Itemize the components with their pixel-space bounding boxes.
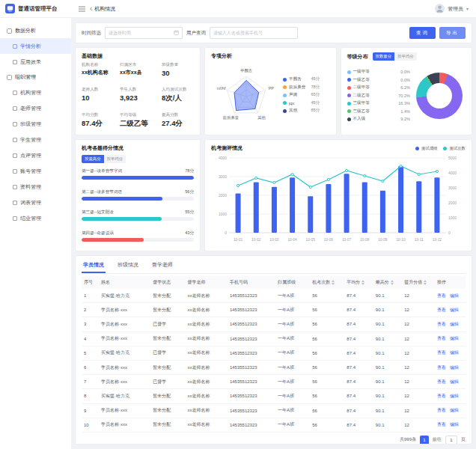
sidebar-item[interactable]: 班级管理: [0, 116, 71, 132]
stat-label: 机构名称: [82, 62, 120, 68]
stat-label: 人均测试次数: [162, 87, 194, 93]
edit-link[interactable]: 编辑: [450, 422, 459, 427]
view-link[interactable]: 查看: [437, 293, 446, 298]
sidebar-item[interactable]: 老师管理: [0, 100, 71, 116]
table-cell: 90.1: [373, 403, 402, 418]
edit-link[interactable]: 编辑: [450, 408, 459, 412]
sidebar-item[interactable]: 学生管理: [0, 132, 71, 147]
stat-cell: 平均等级二级乙等: [120, 112, 162, 129]
sidebar-item[interactable]: 结业管理: [0, 210, 71, 226]
table-tab[interactable]: 学员情况: [82, 257, 106, 273]
table-cell: 12: [402, 332, 435, 346]
table-column-header[interactable]: 平均分: [344, 276, 373, 289]
view-link[interactable]: 查看: [437, 394, 446, 398]
table-tab[interactable]: 督学老师: [150, 257, 174, 273]
sidebar-item[interactable]: 账号管理: [0, 163, 71, 179]
edit-link[interactable]: 编辑: [450, 308, 459, 312]
table-cell: 90.1: [373, 346, 402, 360]
sidebar-item[interactable]: 点评管理: [0, 147, 71, 163]
sidebar-item[interactable]: 词表管理: [0, 195, 71, 210]
sort-icon[interactable]: [391, 280, 394, 285]
grade-legend: 一级甲等0.0%一级乙等0.0%二级甲等6.2%二级乙等70.2%三级甲等16.…: [347, 69, 411, 122]
view-link[interactable]: 查看: [437, 379, 446, 384]
goto-page-input[interactable]: [445, 436, 457, 445]
sidebar-collapse-icon[interactable]: [79, 6, 85, 12]
table-body: 1买实提·哈力克暂未分配xx老师名称14535512323一年A班5687.49…: [82, 289, 466, 432]
table-cell: 一年A班: [275, 403, 310, 418]
view-link[interactable]: 查看: [437, 408, 446, 412]
table-row: 5买实提·哈力克已督学xx老师名称14535512323一年A班5687.490…: [82, 346, 466, 360]
sort-icon[interactable]: [361, 280, 364, 285]
user-menu[interactable]: 管理员 ▾: [435, 4, 469, 13]
edit-link[interactable]: 编辑: [450, 336, 459, 340]
legend-value: 45分: [308, 76, 320, 82]
view-link[interactable]: 查看: [437, 322, 446, 326]
question-bars: 第一题--读单音节字词78分第二题--读多音节词语56分第三题--短文朗读55分…: [82, 164, 194, 246]
legend-dot: [283, 78, 287, 82]
sidebar-item[interactable]: 资料管理: [0, 179, 71, 195]
toggle-pill[interactable]: 按最高分: [82, 155, 104, 163]
sidebar-item-label: 结业管理: [20, 215, 41, 222]
folder-icon: [7, 75, 12, 80]
table-cell: 14535512323: [228, 418, 275, 432]
edit-link[interactable]: 编辑: [450, 293, 459, 298]
view-link[interactable]: 查看: [437, 336, 446, 340]
edit-link[interactable]: 编辑: [450, 379, 459, 384]
table-cell: 14535512323: [228, 389, 275, 403]
edit-link[interactable]: 编辑: [450, 322, 459, 326]
legend-value: 0.0%: [397, 78, 410, 82]
question-bar-group: 第二题--读多音节词语56分: [82, 189, 194, 201]
table-column-header[interactable]: 机考次数: [310, 276, 344, 289]
sidebar-item[interactable]: 机构管理: [0, 85, 71, 100]
sidebar-item[interactable]: 学情分析: [0, 38, 71, 54]
view-link[interactable]: 查看: [437, 308, 446, 312]
page-button[interactable]: 1: [420, 436, 429, 445]
table-cell: 90.1: [373, 289, 402, 303]
view-link[interactable]: 查看: [437, 422, 446, 427]
sort-icon[interactable]: [424, 280, 427, 285]
table-cell: 12: [402, 389, 435, 403]
svg-text:10-01: 10-01: [234, 238, 243, 242]
svg-text:4000: 4000: [448, 171, 457, 175]
legend-dot: [347, 70, 351, 74]
folder-icon: [7, 28, 12, 34]
legend-value: 1.4%: [397, 109, 410, 114]
grade-card-title: 等级分布: [347, 53, 368, 61]
toggle-pill[interactable]: 按数量分: [373, 52, 395, 61]
breadcrumb-back-icon[interactable]: ‹: [90, 6, 92, 11]
table-cell: 12: [402, 360, 435, 374]
calendar-icon: [174, 30, 179, 36]
sidebar-item-label: 机构管理: [20, 89, 41, 97]
sidebar-section[interactable]: 数据分析: [0, 23, 71, 38]
toggle-pill[interactable]: 按平均分: [104, 155, 126, 163]
table-cell: 暂未分配: [150, 389, 185, 403]
view-link[interactable]: 查看: [437, 350, 446, 355]
date-range-picker[interactable]: 请选择时间: [105, 27, 183, 39]
table-cell-actions: 查看编辑: [435, 403, 466, 418]
table-cell: 12: [402, 346, 435, 360]
menu-item-icon: [13, 153, 17, 158]
table-cell: xx老师名称: [185, 418, 227, 432]
user-search-input[interactable]: [210, 27, 298, 39]
sidebar-item[interactable]: 应用效果: [0, 54, 71, 70]
export-button[interactable]: 导出: [439, 27, 466, 39]
grade-legend-item: 不入级9.2%: [347, 116, 411, 122]
sort-icon[interactable]: [332, 280, 335, 285]
table-tab[interactable]: 班级情况: [116, 257, 140, 273]
edit-link[interactable]: 编辑: [450, 394, 459, 398]
edit-link[interactable]: 编辑: [450, 365, 459, 370]
user-query-label: 用户查询: [186, 30, 206, 37]
grade-legend-item: 二级乙等70.2%: [347, 93, 411, 99]
table-column-header: 督学状态: [150, 276, 185, 289]
search-button[interactable]: 查询: [409, 27, 436, 39]
table-column-header[interactable]: 最高分: [373, 276, 402, 289]
edit-link[interactable]: 编辑: [450, 350, 459, 355]
table-cell: 1: [82, 289, 99, 303]
legend-dot: [283, 85, 287, 89]
table-cell: xx老师名称: [185, 346, 227, 360]
table-column-header[interactable]: 提升分值: [402, 276, 435, 289]
sidebar-section[interactable]: 组织管理: [0, 70, 71, 85]
toggle-pill[interactable]: 按平均分: [394, 52, 417, 61]
view-link[interactable]: 查看: [437, 365, 446, 370]
table-cell: 14535512323: [228, 289, 275, 303]
